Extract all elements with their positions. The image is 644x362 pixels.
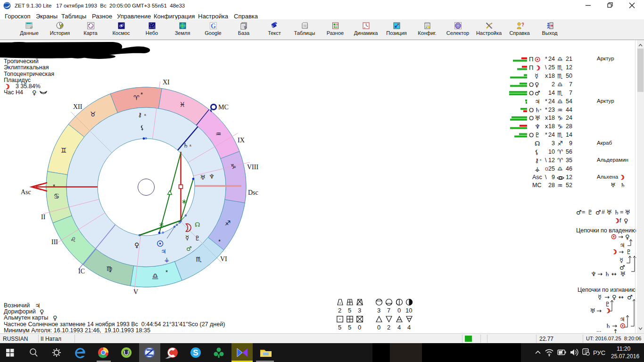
svg-text:S: S (193, 348, 198, 357)
svg-text:?: ? (521, 22, 524, 27)
svg-text:G: G (211, 23, 216, 30)
